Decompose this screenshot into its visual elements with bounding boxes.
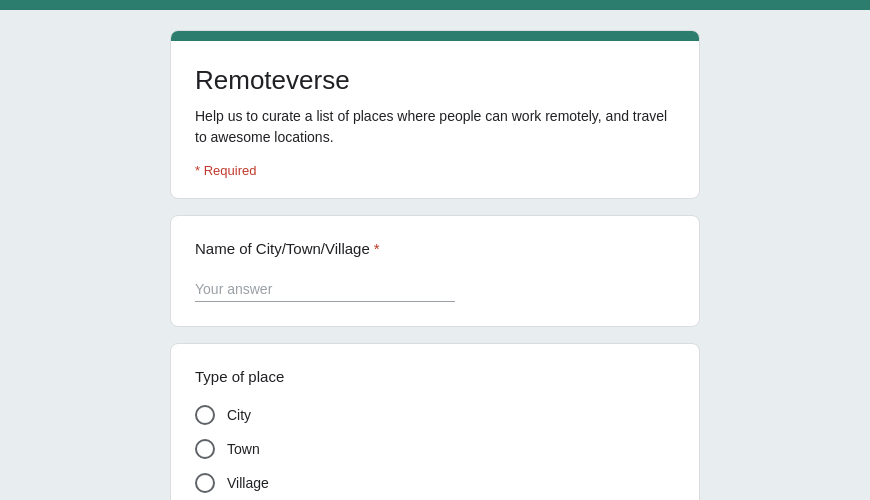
- radio-label-town: Town: [227, 441, 260, 457]
- radio-item-town[interactable]: Town: [195, 439, 675, 459]
- app-description: Help us to curate a list of places where…: [195, 106, 675, 148]
- page-container: Remoteverse Help us to curate a list of …: [0, 10, 870, 500]
- radio-group: City Town Village: [195, 405, 675, 493]
- required-notice: * Required: [195, 163, 256, 178]
- question1-required-star: *: [374, 240, 380, 257]
- radio-circle-city: [195, 405, 215, 425]
- question1-label-text: Name of City/Town/Village: [195, 240, 370, 257]
- question2-label-text: Type of place: [195, 368, 284, 385]
- radio-circle-town: [195, 439, 215, 459]
- radio-label-city: City: [227, 407, 251, 423]
- app-title: Remoteverse: [195, 65, 675, 96]
- city-name-input[interactable]: [195, 277, 455, 302]
- question1-body: Name of City/Town/Village *: [171, 216, 699, 326]
- question1-label: Name of City/Town/Village *: [195, 240, 675, 257]
- header-card: Remoteverse Help us to curate a list of …: [170, 30, 700, 199]
- question2-card: Type of place City Town Village: [170, 343, 700, 500]
- header-card-content: Remoteverse Help us to curate a list of …: [171, 31, 699, 198]
- radio-item-city[interactable]: City: [195, 405, 675, 425]
- top-accent-bar: [0, 0, 870, 10]
- question2-body: Type of place City Town Village: [171, 344, 699, 500]
- question2-label: Type of place: [195, 368, 675, 385]
- question1-card: Name of City/Town/Village *: [170, 215, 700, 327]
- radio-item-village[interactable]: Village: [195, 473, 675, 493]
- radio-label-village: Village: [227, 475, 269, 491]
- radio-circle-village: [195, 473, 215, 493]
